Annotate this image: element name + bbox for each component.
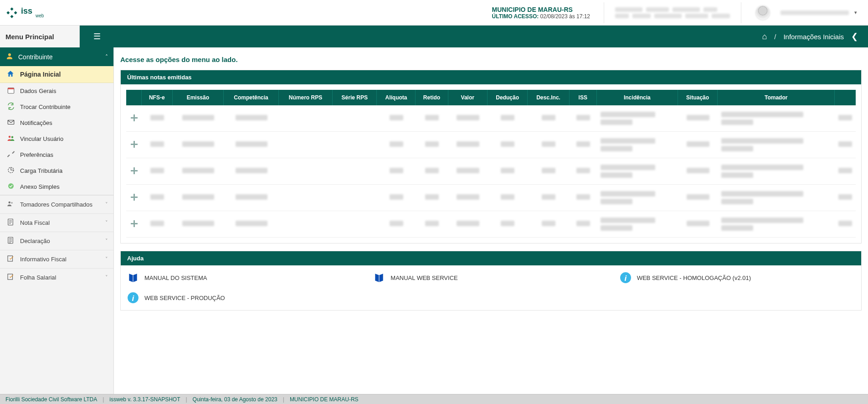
help-link[interactable]: iWEB SERVICE - HOMOLOGAÇÃO (v2.01) <box>619 271 856 285</box>
svg-point-7 <box>8 183 14 189</box>
redacted-cell <box>601 165 674 178</box>
table-cell <box>488 132 528 158</box>
table-cell <box>173 158 224 185</box>
home-icon <box>6 70 15 79</box>
redacted-cell <box>457 115 479 120</box>
table-cell <box>597 211 678 238</box>
sidebar-item-anexo-simples[interactable]: Anexo Simples <box>0 179 113 195</box>
chart-icon <box>6 166 15 176</box>
edit-icon <box>5 254 15 264</box>
expand-icon[interactable] <box>130 114 138 122</box>
expand-icon[interactable] <box>130 166 138 175</box>
redacted-cell <box>457 221 479 226</box>
redacted-cell <box>150 221 164 226</box>
footer: Fiorilli Sociedade Civil Software LTDA |… <box>0 394 868 404</box>
table-cell <box>570 158 597 185</box>
logo-icon <box>5 6 18 19</box>
home-icon[interactable]: ⌂ <box>762 32 767 41</box>
table-cell <box>678 132 718 158</box>
hamburger-icon: ☰ <box>93 31 101 41</box>
table-cell <box>173 185 224 211</box>
sidebar-item-carga-tributaria[interactable]: Carga Tributária <box>0 163 113 179</box>
table-header: Alíquota <box>377 90 416 105</box>
expand-icon[interactable] <box>130 193 138 201</box>
table-row[interactable] <box>126 185 856 211</box>
expand-icon[interactable] <box>130 219 138 228</box>
panel-title: Últimas notas emitidas <box>121 70 861 84</box>
menu-toggle-button[interactable]: ☰ <box>80 26 114 47</box>
redacted-cell <box>542 168 555 173</box>
table-cell <box>570 211 597 238</box>
table-cell <box>142 132 173 158</box>
table-cell <box>528 211 569 238</box>
sidebar-item-dados-gerais[interactable]: Dados Gerais <box>0 83 113 99</box>
sidebar-section-declaracao[interactable]: Declaração ˅ <box>0 232 113 250</box>
notas-table-head: NFS-eEmissãoCompetênciaNúmero RPSSérie R… <box>126 90 856 105</box>
svg-point-9 <box>11 202 13 204</box>
redacted-cell <box>601 191 674 204</box>
redacted-cell <box>150 115 164 120</box>
user-menu[interactable]: ▾ <box>750 4 863 22</box>
help-link[interactable]: MANUAL WEB SERVICE <box>372 271 609 285</box>
table-header: Número RPS <box>279 90 333 105</box>
table-header: Dedução <box>488 90 528 105</box>
table-cell <box>126 158 142 185</box>
redacted-cell <box>182 194 214 200</box>
sidebar-section-label: Nota Fiscal <box>20 219 50 226</box>
redacted-cell <box>390 194 403 200</box>
sidebar-section-folha-salarial[interactable]: Folha Salarial ˅ <box>0 268 113 286</box>
vertical-separator <box>604 2 604 23</box>
svg-point-8 <box>9 202 11 204</box>
svg-rect-3 <box>8 120 14 124</box>
redacted-cell <box>236 141 267 147</box>
help-link[interactable]: iWEB SERVICE - PRODUÇÃO <box>126 291 363 305</box>
sidebar-section-tomadores[interactable]: Tomadores Compartilhados ˅ <box>0 195 113 213</box>
sidebar-item-label: Carga Tributária <box>20 167 62 174</box>
chevron-left-icon[interactable]: ❮ <box>851 31 858 41</box>
table-header: NFS-e <box>142 90 173 105</box>
sidebar-section-contribuinte[interactable]: Contribuinte ˄ <box>0 47 113 66</box>
help-link-label: MANUAL WEB SERVICE <box>390 275 457 281</box>
redacted-cell <box>601 138 674 151</box>
sidebar-section-informativo-fiscal[interactable]: Informativo Fiscal ˅ <box>0 250 113 268</box>
redacted-cell <box>601 112 674 125</box>
sidebar-item-notificacoes[interactable]: Notificações <box>0 115 113 131</box>
sidebar-item-trocar-contribuinte[interactable]: Trocar Contribuinte <box>0 99 113 115</box>
info-icon: i <box>619 271 632 285</box>
redacted-cell <box>576 168 590 173</box>
table-row[interactable] <box>126 105 856 132</box>
panel-ajuda: Ajuda MANUAL DO SISTEMAMANUAL WEB SERVIC… <box>120 251 862 311</box>
sidebar-item-label: Dados Gerais <box>20 88 56 94</box>
redacted-cell <box>576 194 590 200</box>
sidebar-item-pagina-inicial[interactable]: Página Inicial <box>0 66 113 83</box>
redacted-cell <box>236 194 267 200</box>
redacted-cell <box>390 141 403 147</box>
table-cell <box>678 211 718 238</box>
table-header <box>835 90 856 105</box>
sidebar-item-label: Página Inicial <box>20 71 61 78</box>
expand-icon[interactable] <box>130 140 138 148</box>
table-row[interactable] <box>126 158 856 185</box>
redacted-cell <box>838 141 852 147</box>
table-cell <box>528 158 569 185</box>
table-cell <box>597 105 678 132</box>
table-row[interactable] <box>126 211 856 238</box>
help-link[interactable]: MANUAL DO SISTEMA <box>126 271 363 285</box>
chevron-down-icon: ˅ <box>105 256 108 262</box>
table-header: Desc.Inc. <box>528 90 569 105</box>
sidebar-item-preferencias[interactable]: Preferências <box>0 147 113 163</box>
municipio-label: MUNICIPIO DE MARAU-RS <box>492 6 590 13</box>
sidebar-item-vincular-usuario[interactable]: Vincular Usuário <box>0 131 113 147</box>
table-cell <box>448 185 488 211</box>
table-cell <box>377 158 416 185</box>
redacted-cell <box>236 115 267 120</box>
table-cell <box>279 185 333 211</box>
table-cell <box>142 185 173 211</box>
chevron-up-icon: ˄ <box>105 54 108 60</box>
table-cell <box>678 105 718 132</box>
sidebar-item-label: Trocar Contribuinte <box>20 104 71 110</box>
table-row[interactable] <box>126 132 856 158</box>
sidebar-section-nota-fiscal[interactable]: Nota Fiscal ˅ <box>0 213 113 232</box>
list-icon <box>5 236 15 246</box>
sidebar-section-label: Declaração <box>20 238 50 244</box>
